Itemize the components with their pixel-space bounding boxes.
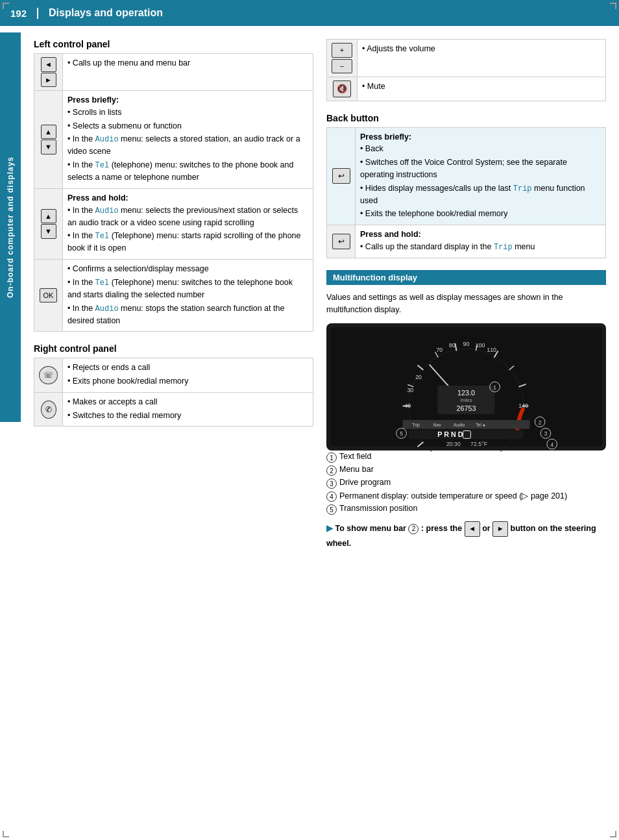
corner-mark-tr <box>610 3 616 9</box>
list-item: Switches off the Voice Control System; s… <box>360 156 601 181</box>
end-call-desc: Rejects or ends a call Exits phone book/… <box>63 358 313 393</box>
icon-cell-arrows-ud1: ▲ ▼ <box>34 91 63 189</box>
volume-mute-table: + − Adjusts the volume 🔇 <box>326 39 606 101</box>
table-row: ✆ Makes or accepts a call Switches to th… <box>34 392 313 426</box>
table-row: ☏ Rejects or ends a call Exits phone boo… <box>34 358 313 393</box>
back-briefly-desc: Press briefly: Back Switches off the Voi… <box>356 127 606 225</box>
svg-text:30: 30 <box>407 387 413 393</box>
ok-btn-icon: OK <box>40 288 58 303</box>
back-briefly-list: Back Switches off the Voice Control Syst… <box>360 143 601 220</box>
svg-text:40: 40 <box>404 403 411 410</box>
right-arrow-btn: ► <box>41 73 56 88</box>
end-call-icon: ☏ <box>39 366 58 384</box>
trip-text-2: Trip <box>494 243 513 252</box>
list-item: Exits phone book/redial memory <box>67 375 308 388</box>
table-row: ↩ Press briefly: Back Switches off the V… <box>327 127 606 225</box>
svg-text:90: 90 <box>463 341 470 348</box>
left-control-table: ◄ ► • Calls up the menu and menu bar ▲ ▼ <box>34 53 313 332</box>
ok-desc: Confirms a selection/display message In … <box>63 260 313 332</box>
list-item: Calls up the standard display in the Tri… <box>360 241 601 253</box>
table-row: ▲ ▼ Press briefly: Scrolls in lists Sele… <box>34 91 313 189</box>
two-column-layout: Left control panel ◄ ► • Calls up the me… <box>34 39 606 550</box>
press-hold-1-list: In the Audio menu: selects the previous/… <box>67 204 308 255</box>
tel-text-2: Tel <box>95 232 110 241</box>
icon-cell-mute: 🔇 <box>327 77 358 101</box>
legend-item-1: 1 Text field <box>326 452 606 463</box>
icon-cell-end-call: ☏ <box>34 358 63 393</box>
back-button-title: Back button <box>326 113 606 123</box>
menu-bar-note: ▶ To show menu bar 2 : press the ◄ or ► … <box>326 521 606 550</box>
press-hold-label-1: Press and hold: <box>67 192 308 204</box>
audio-text-3: Audio <box>95 304 119 314</box>
svg-text:20:30: 20:30 <box>446 441 461 447</box>
legend-item-2: 2 Menu bar <box>326 465 606 476</box>
svg-text:Tel ●: Tel ● <box>476 423 485 427</box>
svg-text:Trip: Trip <box>412 423 420 428</box>
dashboard-svg: 20 30 40 50 60 70 80 90 100 110 120 130 <box>326 322 606 452</box>
list-item: In the Audio menu: selects the previous/… <box>67 204 308 229</box>
press-briefly-1-desc: Press briefly: Scrolls in lists Selects … <box>63 91 313 189</box>
steer-left-btn: ◄ <box>465 521 480 537</box>
svg-text:Nav: Nav <box>433 423 442 427</box>
list-item: Scrolls in lists <box>67 106 308 119</box>
page-title: Displays and operation <box>49 7 163 19</box>
list-item: Back <box>360 143 601 155</box>
legend-text-5: Transmission position <box>339 504 417 513</box>
svg-rect-44 <box>409 430 523 439</box>
svg-text:3: 3 <box>544 431 547 438</box>
audio-text-2: Audio <box>95 206 119 216</box>
tel-text-3: Tel <box>95 278 110 288</box>
end-call-list: Rejects or ends a call Exits phone book/… <box>67 362 308 388</box>
legend-item-5: 5 Transmission position <box>326 504 606 515</box>
list-item: Confirms a selection/display message <box>67 263 308 275</box>
accept-call-desc: Makes or accepts a call Switches to the … <box>63 392 313 426</box>
list-item: In the Tel (telephone) menu: switches to… <box>67 159 308 184</box>
back-hold-list: Calls up the standard display in the Tri… <box>360 241 601 253</box>
ud-arrow-icon-1: ▲ ▼ <box>39 125 58 154</box>
svg-rect-37 <box>403 420 530 429</box>
list-item: Adjusts the volume <box>362 43 601 55</box>
back-hold-desc: Press and hold: Calls up the standard di… <box>356 225 606 258</box>
svg-text:100: 100 <box>476 343 485 349</box>
accept-call-icon: ✆ <box>41 401 56 419</box>
press-briefly-label-1: Press briefly: <box>67 94 308 106</box>
legend-num-2: 2 <box>326 465 337 476</box>
svg-text:miles: miles <box>460 398 472 404</box>
multifunction-section: Multifunction display Values and setting… <box>326 270 606 550</box>
corner-mark-br <box>610 831 616 837</box>
list-item: Mute <box>362 80 601 93</box>
lr-arrow-text: • Calls up the menu and menu bar <box>67 58 190 68</box>
icon-cell-arrows-ud2: ▲ ▼ <box>34 188 63 259</box>
svg-text:4: 4 <box>550 441 553 448</box>
dashboard-container: 20 30 40 50 60 70 80 90 100 110 120 130 <box>326 322 606 452</box>
trip-text-1: Trip <box>513 184 532 193</box>
volume-list: Adjusts the volume <box>362 43 601 55</box>
page-number: 192 <box>10 8 38 19</box>
volume-icon-group: + − <box>332 43 352 73</box>
svg-text:1: 1 <box>493 384 496 391</box>
icon-cell-arrows-lr: ◄ ► <box>34 54 63 91</box>
legend-ref-2: 2 <box>408 524 419 534</box>
left-arrow-btn: ◄ <box>41 57 56 72</box>
lr-arrow-icon: ◄ ► <box>39 57 58 87</box>
back-btn-icon-2: ↩ <box>332 234 350 249</box>
mute-list: Mute <box>362 80 601 93</box>
back-briefly-label: Press briefly: <box>360 131 601 143</box>
corner-mark-tl <box>3 3 9 9</box>
list-item: Switches to the redial memory <box>67 410 308 422</box>
steer-right-btn: ► <box>492 521 508 537</box>
menu-bar-instruction: To show menu bar <box>335 524 408 533</box>
legend-num-4: 4 <box>326 491 337 502</box>
legend-num-3: 3 <box>326 478 337 489</box>
svg-text:5: 5 <box>400 431 403 438</box>
legend-text-4: Permanent display: outside temperature o… <box>339 491 567 500</box>
left-column: Left control panel ◄ ► • Calls up the me… <box>34 39 313 550</box>
list-item: In the Audio menu: selects a stored stat… <box>67 133 308 158</box>
list-item: Exits the telephone book/redial memory <box>360 208 601 220</box>
tel-text: Tel <box>95 161 110 170</box>
mute-icon: 🔇 <box>333 80 351 97</box>
ud-arrow-icon-2: ▲ ▼ <box>39 209 58 239</box>
back-hold-label: Press and hold: <box>360 229 601 241</box>
legend-text-1: Text field <box>339 452 371 461</box>
sidebar-label: On-board computer and displays <box>0 32 21 422</box>
